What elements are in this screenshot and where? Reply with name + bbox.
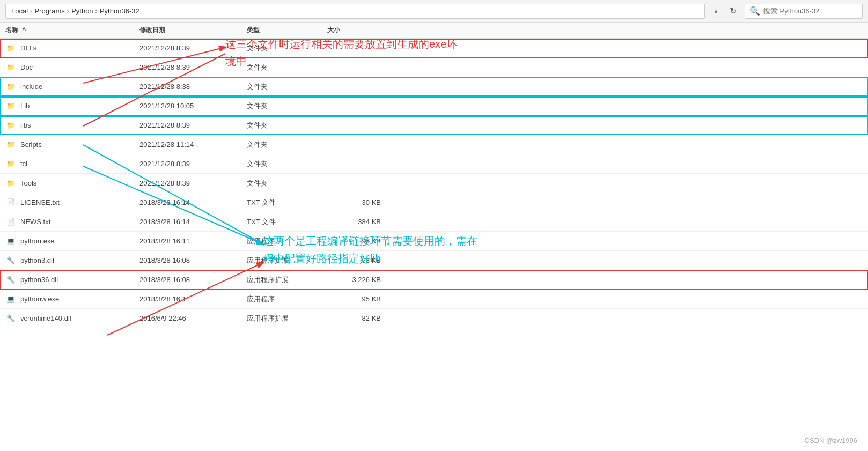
- file-type: 应用程序: [247, 294, 327, 304]
- file-modified: 2016/6/9 22:46: [139, 314, 247, 322]
- file-name-cell: 📄 LICENSE.txt: [5, 197, 139, 208]
- exe-icon: 💻: [5, 294, 16, 305]
- file-type: TXT 文件: [247, 198, 327, 208]
- file-type: 应用程序: [247, 236, 327, 246]
- file-type: 文件夹: [247, 101, 327, 111]
- file-type: 文件夹: [247, 140, 327, 150]
- dll-icon: 🔧: [5, 275, 16, 285]
- watermark: CSDN @zw1996: [805, 437, 857, 445]
- table-row[interactable]: 📁 tcl 2021/12/28 8:39 文件夹: [0, 154, 868, 174]
- table-row[interactable]: 📁 libs 2021/12/28 8:39 文件夹: [0, 116, 868, 135]
- path-python: Python: [71, 7, 93, 15]
- folder-icon: 📁: [5, 139, 16, 150]
- path-local: Local: [11, 7, 28, 15]
- file-name-cell: 📄 NEWS.txt: [5, 217, 139, 227]
- file-modified: 2021/12/28 8:39: [139, 44, 247, 52]
- txt-icon: 📄: [5, 217, 16, 227]
- file-name-cell: 📁 Doc: [5, 62, 139, 73]
- file-type: TXT 文件: [247, 217, 327, 227]
- file-modified: 2021/12/28 8:39: [139, 63, 247, 71]
- file-name-label: python.exe: [20, 237, 55, 245]
- table-row[interactable]: 🔧 vcruntime140.dll 2016/6/9 22:46 应用程序扩展…: [0, 309, 868, 328]
- file-type: 文件夹: [247, 121, 327, 130]
- file-modified: 2021/12/28 10:05: [139, 102, 247, 110]
- search-icon: 🔍: [749, 6, 760, 16]
- table-row[interactable]: 📁 Lib 2021/12/28 10:05 文件夹: [0, 97, 868, 116]
- table-row[interactable]: 💻 pythonw.exe 2018/3/28 16:11 应用程序 95 KB: [0, 290, 868, 309]
- path-python36-32: Python36-32: [100, 7, 139, 15]
- file-name-label: DLLs: [20, 44, 36, 52]
- file-name-cell: 💻 pythonw.exe: [5, 294, 139, 305]
- file-name-label: Scripts: [20, 141, 42, 149]
- file-name-cell: 📁 Tools: [5, 178, 139, 189]
- file-type: 文件夹: [247, 43, 327, 53]
- file-size: 95 KB: [327, 295, 392, 303]
- path-programs: Programs: [34, 7, 64, 15]
- file-name-cell: 📁 DLLs: [5, 43, 139, 54]
- file-modified: 2018/3/28 16:08: [139, 256, 247, 264]
- file-name-cell: 📁 Lib: [5, 101, 139, 112]
- file-modified: 2018/3/28 16:11: [139, 237, 247, 245]
- file-size: 96 KB: [327, 237, 392, 245]
- file-type: 文件夹: [247, 82, 327, 92]
- file-name-label: libs: [20, 121, 31, 129]
- file-modified: 2021/12/28 8:39: [139, 179, 247, 187]
- address-bar: Local › Programs › Python › Python36-32 …: [0, 0, 868, 23]
- file-size: 82 KB: [327, 314, 392, 322]
- file-type: 应用程序扩展: [247, 275, 327, 285]
- table-row[interactable]: 📁 Doc 2021/12/28 8:39 文件夹: [0, 58, 868, 77]
- file-name-label: python36.dll: [20, 276, 58, 284]
- dll-icon: 🔧: [5, 313, 16, 324]
- folder-icon: 📁: [5, 82, 16, 92]
- refresh-button[interactable]: ↻: [725, 4, 740, 19]
- table-row[interactable]: 📁 include 2021/12/28 8:38 文件夹: [0, 77, 868, 97]
- table-row[interactable]: 📁 DLLs 2021/12/28 8:39 文件夹: [0, 39, 868, 58]
- file-name-label: Doc: [20, 63, 33, 71]
- file-modified: 2018/3/28 16:08: [139, 276, 247, 284]
- file-modified: 2021/12/28 11:14: [139, 141, 247, 149]
- file-name-cell: 📁 tcl: [5, 159, 139, 169]
- file-name-label: NEWS.txt: [20, 218, 50, 226]
- file-modified: 2021/12/28 8:39: [139, 121, 247, 129]
- file-type: 应用程序扩展: [247, 256, 327, 265]
- folder-icon: 📁: [5, 62, 16, 73]
- file-name-cell: 🔧 python36.dll: [5, 275, 139, 285]
- file-name-label: python3.dll: [20, 256, 54, 264]
- col-name[interactable]: 名称 ^: [5, 26, 139, 35]
- dll-icon: 🔧: [5, 255, 16, 266]
- table-row[interactable]: 🔧 python3.dll 2018/3/28 16:08 应用程序扩展 58 …: [0, 251, 868, 270]
- file-name-cell: 📁 include: [5, 82, 139, 92]
- table-row[interactable]: 🔧 python36.dll 2018/3/28 16:08 应用程序扩展 3,…: [0, 270, 868, 290]
- file-name-label: tcl: [20, 160, 27, 168]
- table-row[interactable]: 📄 NEWS.txt 2018/3/28 16:14 TXT 文件 384 KB: [0, 212, 868, 232]
- address-path[interactable]: Local › Programs › Python › Python36-32: [5, 4, 705, 19]
- file-type: 应用程序扩展: [247, 314, 327, 323]
- file-list: 📁 DLLs 2021/12/28 8:39 文件夹 📁 Doc 2021/12…: [0, 39, 868, 328]
- folder-icon: 📁: [5, 178, 16, 189]
- file-modified: 2018/3/28 16:11: [139, 295, 247, 303]
- file-size: 30 KB: [327, 198, 392, 206]
- column-headers: 名称 ^ 修改日期 类型 大小: [0, 23, 868, 39]
- col-size[interactable]: 大小: [327, 26, 392, 35]
- col-modified[interactable]: 修改日期: [139, 26, 247, 35]
- file-size: 3,226 KB: [327, 276, 392, 284]
- table-row[interactable]: 📁 Tools 2021/12/28 8:39 文件夹: [0, 174, 868, 193]
- address-controls: ∨ ↻: [709, 4, 740, 19]
- file-type: 文件夹: [247, 159, 327, 169]
- folder-icon: 📁: [5, 43, 16, 54]
- file-name-label: include: [20, 83, 42, 91]
- folder-icon: 📁: [5, 120, 16, 131]
- path-dropdown-button[interactable]: ∨: [709, 4, 722, 19]
- search-input[interactable]: [763, 7, 849, 15]
- file-name-label: vcruntime140.dll: [20, 314, 71, 322]
- folder-icon: 📁: [5, 101, 16, 112]
- search-box[interactable]: 🔍: [745, 4, 863, 19]
- file-modified: 2021/12/28 8:39: [139, 160, 247, 168]
- col-type[interactable]: 类型: [247, 26, 327, 35]
- file-size: 58 KB: [327, 256, 392, 264]
- table-row[interactable]: 💻 python.exe 2018/3/28 16:11 应用程序 96 KB: [0, 232, 868, 251]
- file-modified: 2018/3/28 16:14: [139, 198, 247, 206]
- file-name-cell: 📁 libs: [5, 120, 139, 131]
- table-row[interactable]: 📁 Scripts 2021/12/28 11:14 文件夹: [0, 135, 868, 154]
- table-row[interactable]: 📄 LICENSE.txt 2018/3/28 16:14 TXT 文件 30 …: [0, 193, 868, 212]
